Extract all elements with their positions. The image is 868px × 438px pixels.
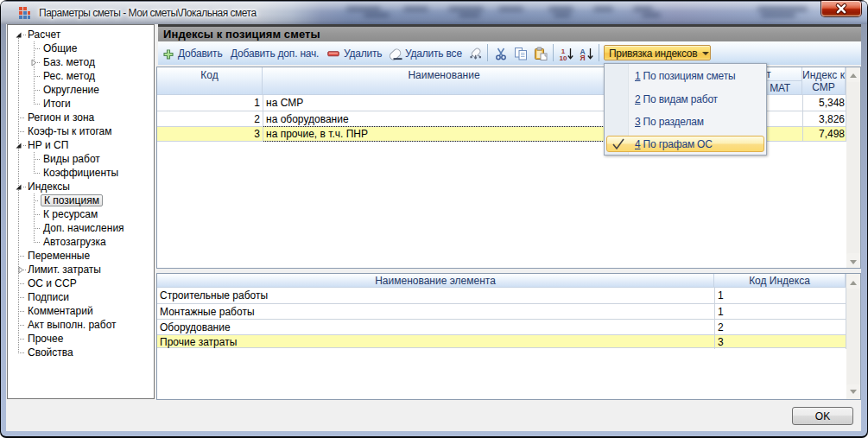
svg-text:10: 10 (560, 54, 567, 61)
svg-text:Я: Я (580, 54, 585, 61)
